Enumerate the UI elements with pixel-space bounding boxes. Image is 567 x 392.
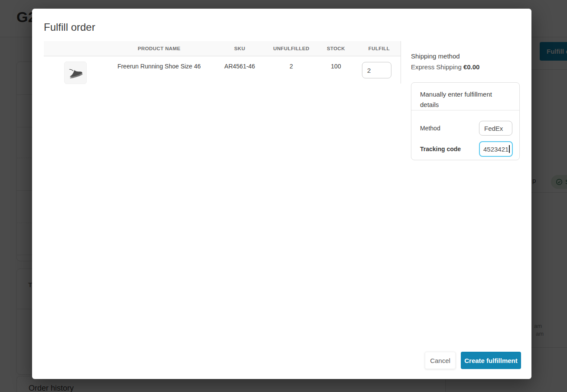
fulfill-quantity-value: 2 [367, 67, 371, 74]
cell-stock: 100 [314, 56, 358, 84]
dialog-title: Fulfill order [44, 21, 95, 33]
header-sku: SKU [211, 41, 268, 56]
tracking-code-label: Tracking code [420, 146, 461, 152]
shipping-carrier: Express Shipping [411, 63, 462, 71]
cell-product-name: Freerun Running Shoe Size 46 [107, 56, 211, 84]
header-thumbnail [44, 41, 107, 56]
product-row: Freerun Running Shoe Size 46 AR4561-46 2… [44, 56, 401, 84]
shipping-method-heading: Shipping method [411, 52, 460, 60]
method-value: FedEx [484, 125, 503, 132]
header-unfulfilled: UNFULFILLED [268, 41, 314, 56]
header-product-name: PRODUCT NAME [107, 41, 211, 56]
cell-thumbnail [44, 56, 107, 84]
manual-fulfillment-card: Manually enter fulfillment details Metho… [411, 82, 520, 160]
shipping-method-value: Express Shipping €0.00 [411, 63, 479, 71]
tracking-code-value: 4523421 [483, 146, 508, 153]
cell-fulfill: 2 [358, 56, 401, 84]
fulfill-quantity-input[interactable]: 2 [362, 62, 391, 78]
products-table-header: PRODUCT NAME SKU UNFULFILLED STOCK FULFI… [44, 41, 401, 56]
header-stock: STOCK [314, 41, 358, 56]
header-fulfill: FULFILL [358, 41, 401, 56]
cell-unfulfilled: 2 [268, 56, 314, 84]
method-label: Method [420, 125, 440, 132]
fulfill-order-dialog: Fulfill order PRODUCT NAME SKU UNFULFILL… [32, 9, 531, 379]
method-input[interactable]: FedEx [479, 121, 512, 136]
manual-fulfillment-title: Manually enter fulfillment details [420, 89, 500, 110]
divider [411, 110, 519, 110]
sneaker-icon [66, 64, 85, 82]
text-cursor [509, 145, 510, 153]
tracking-code-input[interactable]: 4523421 [479, 141, 513, 157]
cell-sku: AR4561-46 [211, 56, 268, 84]
product-thumbnail [64, 62, 87, 84]
table-right-border [401, 41, 401, 84]
shipping-price: €0.00 [463, 63, 480, 71]
create-fulfillment-button[interactable]: Create fulfillment [461, 352, 521, 369]
cancel-button[interactable]: Cancel [425, 352, 456, 369]
